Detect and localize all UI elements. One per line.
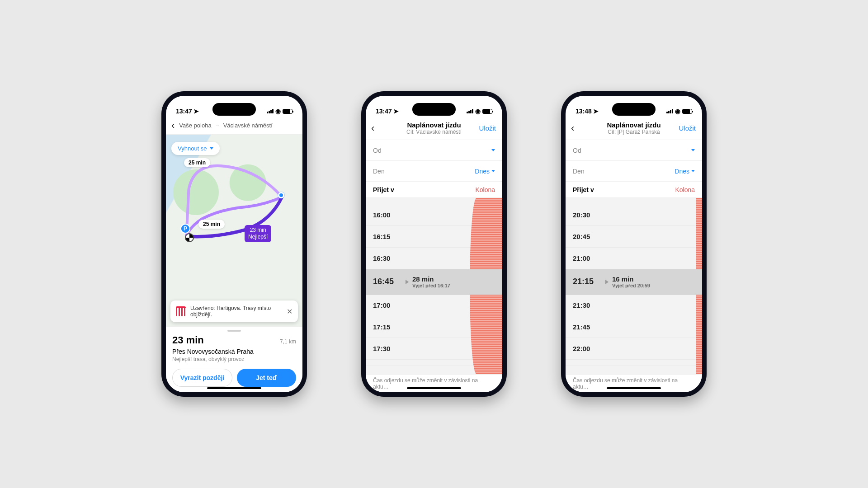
day-label: Den: [573, 168, 585, 175]
time-row[interactable]: 17:30: [366, 338, 502, 360]
battery-icon: [482, 109, 492, 114]
header: ‹ Naplánovat jízdu Cíl: Václavské náměst…: [366, 117, 502, 140]
time-row[interactable]: [566, 360, 702, 366]
parking-pin[interactable]: P: [180, 224, 190, 234]
dynamic-island: [412, 103, 456, 116]
selected-duration: 28 min: [412, 275, 450, 283]
header: ‹ Naplánovat jízdu Cíl: [P] Garáž Panská…: [566, 117, 702, 140]
selected-indicator-icon: [605, 280, 609, 284]
arrive-by-label: Přijet v: [573, 186, 594, 193]
dynamic-island: [612, 103, 656, 116]
time-row[interactable]: 21:30: [566, 295, 702, 316]
drag-handle[interactable]: [227, 330, 241, 332]
go-now-button[interactable]: Jet teď: [237, 369, 296, 387]
footer-note: Čas odjezdu se může změnit v závislosti …: [566, 374, 702, 392]
time-picker[interactable]: 20:30 20:45 21:00 21:15 16 min Vyjet pře…: [566, 198, 702, 374]
time-row-selected[interactable]: 16:45 28 min Vyjet před 16:17: [366, 269, 502, 295]
leave-later-button[interactable]: Vyrazit později: [172, 369, 232, 387]
time-row[interactable]: 17:00: [366, 295, 502, 316]
road-closure-alert: Uzavřeno: Hartigova. Trasy místo objíždě…: [170, 300, 298, 322]
back-button[interactable]: ‹: [371, 122, 374, 134]
route-time-badge-b[interactable]: 25 min: [198, 220, 225, 229]
phone-2: 13:47 ➤ ◉ ‹ Naplánovat jízdu Cíl: Václav…: [361, 91, 507, 397]
day-selector[interactable]: Den Dnes: [566, 161, 702, 182]
back-button[interactable]: ‹: [171, 120, 179, 131]
chevron-down-icon: [491, 170, 495, 172]
location-icon: ➤: [193, 108, 199, 115]
time-row[interactable]: [566, 198, 702, 204]
battery-icon: [283, 109, 292, 114]
home-indicator[interactable]: [407, 387, 461, 389]
from-label: Od: [373, 147, 382, 154]
page-title: Naplánovat jízdu: [607, 121, 660, 129]
signal-icon: [666, 109, 673, 113]
time-row-selected[interactable]: 21:15 16 min Vyjet před 20:59: [566, 269, 702, 295]
traffic-label: Kolona: [475, 186, 495, 193]
from-label: Od: [573, 147, 581, 154]
clock: 13:48: [576, 108, 592, 115]
time-row[interactable]: [366, 198, 502, 204]
traffic-label: Kolona: [675, 186, 695, 193]
back-button[interactable]: ‹: [571, 122, 574, 134]
time-row[interactable]: [366, 360, 502, 366]
phone-1: 13:47 ➤ ◉ ‹ Vaše poloha → Václavské námě…: [161, 91, 307, 397]
from-selector[interactable]: Od: [566, 140, 702, 161]
dynamic-island: [212, 103, 256, 116]
time-picker[interactable]: 16:00 16:15 16:30 16:45 28 min Vyjet pře…: [366, 198, 502, 374]
chevron-down-icon: [210, 147, 213, 150]
selected-duration: 16 min: [612, 275, 650, 283]
signal-icon: [467, 109, 473, 113]
breadcrumb[interactable]: Vaše poloha → Václavské náměstí: [179, 122, 272, 129]
location-icon: ➤: [393, 108, 399, 115]
avoid-button[interactable]: Vyhnout se: [171, 142, 220, 155]
time-row[interactable]: 16:15: [366, 226, 502, 248]
arrive-by-label: Přijet v: [373, 186, 394, 193]
selected-indicator-icon: [406, 280, 409, 284]
page-title: Naplánovat jízdu: [406, 121, 462, 129]
wifi-icon: ◉: [275, 108, 281, 115]
chevron-down-icon: [691, 149, 695, 151]
time-row[interactable]: 21:45: [566, 316, 702, 338]
time-row[interactable]: 21:00: [566, 248, 702, 269]
selected-leave: Vyjet před 20:59: [612, 283, 650, 288]
time-row[interactable]: 20:30: [566, 204, 702, 226]
from-selector[interactable]: Od: [366, 140, 502, 161]
wifi-icon: ◉: [475, 108, 481, 115]
time-row[interactable]: 16:30: [366, 248, 502, 269]
day-value: Dnes: [475, 168, 490, 175]
route-time-badge-a[interactable]: 25 min: [184, 158, 210, 167]
chevron-down-icon: [491, 149, 495, 151]
day-value: Dnes: [675, 168, 689, 175]
signal-icon: [267, 109, 274, 113]
time-row[interactable]: 16:00: [366, 204, 502, 226]
summary-duration: 23 min: [172, 334, 204, 346]
route-summary-sheet[interactable]: 23 min 7,1 km Přes Novovysočanská Praha …: [166, 327, 302, 392]
roadblock-icon: [176, 306, 186, 316]
save-button[interactable]: Uložit: [479, 124, 496, 132]
save-button[interactable]: Uložit: [679, 124, 696, 132]
clock: 13:47: [376, 108, 392, 115]
breadcrumb-from: Vaše poloha: [179, 122, 211, 129]
time-list-header: Přijet v Kolona: [366, 182, 502, 198]
home-indicator[interactable]: [207, 387, 261, 389]
location-icon: ➤: [593, 108, 599, 115]
day-selector[interactable]: Den Dnes: [366, 161, 502, 182]
close-alert-button[interactable]: ✕: [287, 307, 292, 316]
page-subtitle: Cíl: [P] Garáž Panská: [607, 129, 660, 135]
wifi-icon: ◉: [675, 108, 680, 115]
summary-desc: Nejlepší trasa, obvyklý provoz: [172, 356, 296, 362]
time-row[interactable]: 22:00: [566, 338, 702, 360]
current-location-pin: [278, 192, 284, 198]
best-route-badge[interactable]: 23 min Nejlepší: [245, 225, 271, 242]
page-subtitle: Cíl: Václavské náměstí: [406, 129, 462, 135]
home-indicator[interactable]: [607, 387, 661, 389]
destination-pin: [185, 233, 194, 242]
chevron-down-icon: [691, 170, 695, 172]
time-row[interactable]: 20:45: [566, 226, 702, 248]
arrow-right-icon: →: [215, 123, 220, 128]
footer-note: Čas odjezdu se může změnit v závislosti …: [366, 374, 502, 392]
day-label: Den: [373, 168, 385, 175]
map-view[interactable]: Vyhnout se 25 min 25 min 23 min Nejlepší…: [166, 135, 302, 327]
time-row[interactable]: 17:15: [366, 316, 502, 338]
header: ‹ Vaše poloha → Václavské náměstí: [166, 117, 302, 135]
